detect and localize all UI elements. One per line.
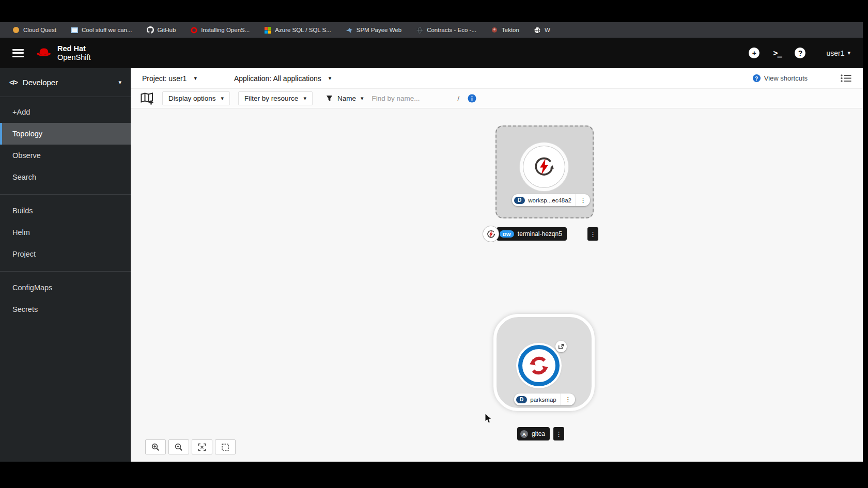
topology-control-bar bbox=[145, 439, 236, 454]
topology-canvas[interactable]: D worksp...ec48a2 ⋮ DW terminal-hezqn5 ⋮ bbox=[131, 108, 863, 461]
sidebar-item-secrets[interactable]: Secrets bbox=[0, 298, 131, 320]
parksmap-sync-arrows-icon bbox=[527, 354, 551, 377]
help-question-circle-icon[interactable]: ? bbox=[795, 48, 805, 58]
name-filter-dropdown[interactable]: Name ▾ bbox=[326, 95, 364, 102]
cloud-quest-icon bbox=[12, 26, 20, 34]
bookmark-label: Cool stuff we can... bbox=[82, 27, 132, 33]
chevron-down-icon: ▾ bbox=[361, 96, 364, 101]
parksmap-node-label[interactable]: D parksmap ⋮ bbox=[514, 393, 575, 405]
bookmark-label: Azure SQL / SQL S... bbox=[275, 27, 331, 33]
bookmark-w[interactable]: W bbox=[526, 22, 557, 38]
terminal-node[interactable] bbox=[483, 226, 499, 242]
masthead-tools: + >_ ? user1 ▾ bbox=[749, 48, 850, 58]
display-options-label: Display options bbox=[168, 95, 216, 102]
application-dropdown[interactable]: Application: All applications ▾ bbox=[234, 74, 331, 83]
project-dropdown[interactable]: Project: user1 ▾ bbox=[142, 74, 197, 83]
slash-shortcut-hint: / bbox=[457, 95, 459, 102]
context-bar-right: ? View shortcuts bbox=[753, 74, 851, 83]
parksmap-node[interactable] bbox=[518, 345, 560, 386]
bookmark-label: GitHub bbox=[158, 27, 176, 33]
devworkspace-che-icon bbox=[532, 155, 556, 179]
user-menu[interactable]: user1 ▾ bbox=[826, 49, 850, 57]
view-shortcuts-label: View shortcuts bbox=[764, 74, 808, 82]
perspective-label: Developer bbox=[23, 78, 114, 87]
dark-globe-icon bbox=[416, 26, 423, 34]
add-plus-circle-icon[interactable]: + bbox=[749, 48, 760, 58]
sidebar-item-helm[interactable]: Helm bbox=[0, 222, 131, 243]
sidebar-item-project[interactable]: Project bbox=[0, 243, 131, 265]
devworkspace-che-icon bbox=[486, 229, 496, 239]
topology-toolbar: Display options ▾ Filter by resource ▾ N… bbox=[131, 89, 863, 108]
bookmark-label: SPM Payee Web bbox=[357, 27, 401, 33]
sidebar-item-topology[interactable]: Topology bbox=[0, 123, 131, 145]
filter-by-resource-label: Filter by resource bbox=[244, 95, 298, 102]
web-terminal-icon[interactable]: >_ bbox=[773, 48, 781, 58]
filter-by-resource-dropdown[interactable]: Filter by resource ▾ bbox=[238, 91, 313, 105]
bookmark-tekton[interactable]: Tekton bbox=[484, 22, 526, 38]
chevron-down-icon: ▾ bbox=[329, 75, 332, 81]
bookmark-contracts[interactable]: Contracts - Eco -... bbox=[409, 22, 484, 38]
nav-toggle-hamburger-icon[interactable] bbox=[12, 49, 24, 57]
sidebar-item-search[interactable]: Search bbox=[0, 166, 131, 188]
chevron-down-icon: ▾ bbox=[194, 75, 197, 81]
devworkspace-badge: DW bbox=[500, 230, 514, 238]
bookmark-cloud-quest[interactable]: Cloud Quest bbox=[5, 22, 64, 38]
export-application-map-icon[interactable] bbox=[140, 92, 154, 105]
zoom-in-button[interactable] bbox=[145, 439, 166, 454]
terminal-label-text: terminal-hezqn5 bbox=[518, 230, 562, 238]
kebab-menu-icon[interactable]: ⋮ bbox=[561, 393, 575, 405]
brand-redhat: Red Hat bbox=[57, 44, 91, 53]
fit-to-screen-button[interactable] bbox=[192, 439, 212, 454]
mouse-cursor bbox=[485, 413, 492, 426]
main-content: Project: user1 ▾ Application: All applic… bbox=[131, 68, 863, 462]
bookmark-label: Tekton bbox=[502, 27, 519, 33]
deployment-badge: D bbox=[516, 396, 527, 403]
kebab-menu-icon[interactable]: ⋮ bbox=[576, 194, 590, 206]
gitea-node-label[interactable]: A gitea bbox=[517, 427, 550, 440]
view-shortcuts-link[interactable]: ? View shortcuts bbox=[753, 74, 808, 82]
deployment-badge: D bbox=[514, 197, 525, 204]
perspective-switcher[interactable]: </> Developer ▾ bbox=[0, 68, 131, 97]
brand-logo: Red Hat OpenShift bbox=[35, 44, 91, 61]
sidebar-item-observe[interactable]: Observe bbox=[0, 145, 131, 166]
bird-icon bbox=[346, 26, 353, 34]
context-bar: Project: user1 ▾ Application: All applic… bbox=[131, 68, 863, 89]
chevron-down-icon: ▾ bbox=[221, 96, 224, 101]
display-options-dropdown[interactable]: Display options ▾ bbox=[162, 91, 230, 105]
user-name: user1 bbox=[826, 49, 844, 57]
bookmark-label: W bbox=[545, 27, 550, 33]
sidebar-nav-list: +Add Topology Observe Search Builds Helm… bbox=[0, 97, 131, 320]
brand-openshift: OpenShift bbox=[57, 53, 91, 62]
sidebar-item-builds[interactable]: Builds bbox=[0, 200, 131, 222]
gitea-label-text: gitea bbox=[532, 430, 545, 437]
bookmark-spm-payee[interactable]: SPM Payee Web bbox=[338, 22, 409, 38]
bookmark-installing-openshift[interactable]: Installing OpenS... bbox=[183, 22, 257, 38]
kebab-menu-icon[interactable]: ⋮ bbox=[587, 227, 598, 241]
find-by-name-input[interactable] bbox=[371, 95, 449, 102]
sidebar-nav: </> Developer ▾ +Add Topology Observe Se… bbox=[0, 68, 131, 462]
sidebar-item-add[interactable]: +Add bbox=[0, 101, 131, 123]
brand-text: Red Hat OpenShift bbox=[57, 44, 91, 61]
terminal-node-label[interactable]: DW terminal-hezqn5 bbox=[497, 227, 567, 241]
list-view-toggle-icon[interactable] bbox=[841, 74, 851, 83]
window-icon bbox=[71, 26, 78, 34]
sidebar-item-configmaps[interactable]: ConfigMaps bbox=[0, 277, 131, 298]
bookmark-azure-sql[interactable]: Azure SQL / SQL S... bbox=[257, 22, 338, 38]
workspace-node[interactable] bbox=[523, 146, 565, 187]
zoom-out-button[interactable] bbox=[168, 439, 189, 454]
bookmark-cool-stuff[interactable]: Cool stuff we can... bbox=[64, 22, 140, 38]
chevron-down-icon: ▾ bbox=[303, 96, 306, 101]
project-dropdown-label: Project: user1 bbox=[142, 74, 187, 83]
bookmark-label: Contracts - Eco -... bbox=[427, 27, 476, 33]
open-url-external-link-icon[interactable] bbox=[555, 341, 567, 352]
application-dropdown-label: Application: All applications bbox=[234, 74, 321, 83]
workspace-node-label[interactable]: D worksp...ec48a2 ⋮ bbox=[512, 194, 590, 206]
parksmap-label-text: parksmap bbox=[530, 397, 556, 403]
bookmark-github[interactable]: GitHub bbox=[140, 22, 183, 38]
reset-view-button[interactable] bbox=[215, 439, 236, 454]
kebab-menu-icon[interactable]: ⋮ bbox=[553, 427, 564, 440]
info-circle-icon[interactable] bbox=[468, 94, 476, 103]
github-icon bbox=[147, 26, 154, 34]
filter-funnel-icon bbox=[326, 95, 333, 102]
microsoft-icon bbox=[264, 26, 271, 34]
